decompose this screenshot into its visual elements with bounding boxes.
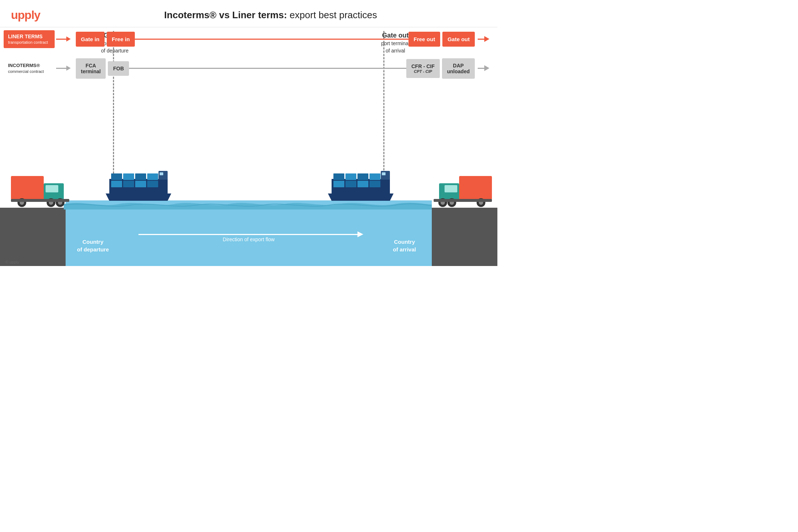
svg-rect-19 bbox=[434, 199, 492, 202]
liner-free-out-box: Free out bbox=[408, 32, 440, 47]
svg-rect-41 bbox=[382, 172, 386, 175]
ship-left bbox=[102, 161, 175, 210]
inco-cfr-box: CFR - CIF CPT - CIP bbox=[406, 59, 440, 78]
ground-left bbox=[0, 208, 73, 266]
svg-rect-23 bbox=[135, 181, 146, 187]
svg-rect-0 bbox=[11, 176, 44, 200]
page-title: Incoterms® vs Liner terms: export best p… bbox=[55, 9, 486, 21]
svg-rect-29 bbox=[159, 171, 168, 180]
inco-end-arrow bbox=[478, 68, 485, 69]
country-arrival-label: Country of arrival bbox=[368, 238, 441, 253]
svg-rect-34 bbox=[357, 181, 368, 187]
header: upply Incoterms® vs Liner terms: export … bbox=[0, 0, 497, 27]
svg-rect-12 bbox=[445, 185, 457, 192]
footer-copyright: © upply bbox=[5, 260, 19, 264]
svg-rect-33 bbox=[345, 181, 356, 187]
svg-rect-39 bbox=[369, 173, 380, 180]
liner-end-arrow bbox=[478, 39, 485, 40]
liner-terms-row: LINER TERMS transportation contract Gate… bbox=[4, 27, 494, 51]
inco-span-line bbox=[129, 68, 406, 69]
direction-arrow bbox=[138, 234, 359, 235]
svg-rect-10 bbox=[459, 176, 492, 200]
logo: upply bbox=[11, 8, 40, 22]
incoterms-label: INCOTERMS® commercial contract bbox=[4, 60, 55, 77]
svg-rect-22 bbox=[123, 181, 134, 187]
svg-rect-2 bbox=[46, 185, 58, 192]
truck-left bbox=[11, 171, 69, 208]
inco-arrow-1 bbox=[56, 68, 67, 69]
svg-rect-9 bbox=[11, 199, 69, 202]
liner-free-in-box: Free in bbox=[107, 32, 135, 47]
svg-rect-25 bbox=[111, 173, 122, 180]
svg-rect-21 bbox=[111, 181, 122, 187]
svg-rect-36 bbox=[333, 173, 344, 180]
svg-rect-35 bbox=[369, 181, 380, 187]
svg-rect-37 bbox=[345, 173, 356, 180]
truck-right bbox=[434, 171, 492, 208]
liner-gate-out-box: Gate out bbox=[442, 32, 475, 47]
inco-fob-box: FOB bbox=[108, 61, 129, 76]
liner-gate-in-box: Gate in bbox=[76, 32, 105, 47]
inco-dap-box: DAP unloaded bbox=[442, 58, 475, 79]
liner-terms-label: LINER TERMS transportation contract bbox=[4, 30, 55, 48]
svg-rect-28 bbox=[147, 173, 158, 180]
svg-rect-24 bbox=[147, 181, 158, 187]
inco-fca-box: FCA terminal bbox=[76, 58, 106, 79]
svg-rect-26 bbox=[123, 173, 134, 180]
svg-rect-38 bbox=[357, 173, 368, 180]
ground-right bbox=[425, 208, 497, 266]
liner-arrow-1 bbox=[56, 39, 67, 40]
svg-rect-27 bbox=[135, 173, 146, 180]
sea-area bbox=[66, 200, 432, 266]
incoterms-row: INCOTERMS® commercial contract FCA termi… bbox=[4, 56, 494, 80]
svg-rect-40 bbox=[381, 171, 390, 180]
liner-span-line bbox=[135, 39, 408, 40]
svg-rect-30 bbox=[160, 172, 163, 175]
svg-rect-32 bbox=[333, 181, 344, 187]
ship-right bbox=[324, 161, 397, 210]
direction-label: Direction of export flow bbox=[223, 236, 274, 242]
diagram: Gate in port terminal of departure Gate … bbox=[0, 27, 497, 266]
country-departure-label: Country of departure bbox=[56, 238, 129, 253]
